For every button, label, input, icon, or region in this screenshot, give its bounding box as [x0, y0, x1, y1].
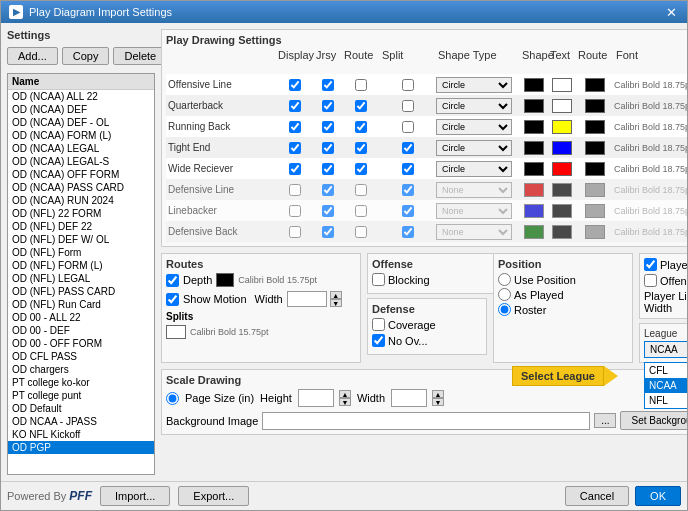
te-route-cb[interactable]	[355, 142, 367, 154]
ok-button[interactable]: OK	[635, 486, 681, 506]
lb-route-color[interactable]	[585, 204, 605, 218]
list-item[interactable]: OD chargers	[8, 363, 154, 376]
list-item-selected[interactable]: OD PGP	[8, 441, 154, 454]
qb-route-color[interactable]	[585, 99, 605, 113]
te-split-cb[interactable]	[402, 142, 414, 154]
dl-jrsy-cb[interactable]	[322, 184, 334, 196]
list-item[interactable]: OD Default	[8, 402, 154, 415]
wr-route-cb[interactable]	[355, 163, 367, 175]
wr-text-color[interactable]	[552, 162, 572, 176]
list-item[interactable]: PT college ko-kor	[8, 376, 154, 389]
list-item[interactable]: PT college punt	[8, 389, 154, 402]
width-down-btn[interactable]: ▼	[330, 299, 342, 307]
qb-route-cb[interactable]	[355, 100, 367, 112]
lb-text-color[interactable]	[552, 204, 572, 218]
list-item[interactable]: OD 00 - DEF	[8, 324, 154, 337]
wr-jrsy-cb[interactable]	[322, 163, 334, 175]
rb-shape-color[interactable]	[524, 120, 544, 134]
add-button[interactable]: Add...	[7, 47, 58, 65]
db-split-cb[interactable]	[402, 226, 414, 238]
offense-on-top-cb[interactable]	[644, 274, 657, 287]
te-display-cb[interactable]	[289, 142, 301, 154]
list-item[interactable]: OD (NCAA) FORM (L)	[8, 129, 154, 142]
db-jrsy-cb[interactable]	[322, 226, 334, 238]
db-text-color[interactable]	[552, 225, 572, 239]
set-bg-button[interactable]: Set Background Field Markers	[620, 411, 687, 430]
list-item[interactable]: OD NCAA - JPASS	[8, 415, 154, 428]
export-button[interactable]: Export...	[178, 486, 249, 506]
list-item[interactable]: OD (NCAA) ALL 22	[8, 90, 154, 103]
league-select[interactable]: NCAA CFL NFL	[644, 341, 687, 358]
db-display-cb[interactable]	[289, 226, 301, 238]
list-item[interactable]: OD (NCAA) LEGAL-S	[8, 155, 154, 168]
rb-display-cb[interactable]	[289, 121, 301, 133]
list-item[interactable]: OD (NFL) DEF 22	[8, 220, 154, 233]
lb-route-cb[interactable]	[355, 205, 367, 217]
qb-display-cb[interactable]	[289, 100, 301, 112]
width-up-btn[interactable]: ▲	[330, 291, 342, 299]
qb-shape-color[interactable]	[524, 99, 544, 113]
bg-path-input[interactable]: G:\My Drive\PFF INTEGRATION BACKGROUNDS\…	[262, 412, 590, 430]
dl-text-color[interactable]	[552, 183, 572, 197]
ol-split-cb[interactable]	[402, 79, 414, 91]
db-route-cb[interactable]	[355, 226, 367, 238]
te-shape-color[interactable]	[524, 141, 544, 155]
depth-color[interactable]	[216, 273, 234, 287]
league-option-ncaa[interactable]: NCAA	[645, 378, 687, 393]
page-size-radio[interactable]	[166, 392, 179, 405]
list-item[interactable]: KO NFL Kickoff	[8, 428, 154, 441]
width-up[interactable]: ▲	[432, 390, 444, 398]
coverage-checkbox[interactable]	[372, 318, 385, 331]
lb-split-cb[interactable]	[402, 205, 414, 217]
league-option-nfl[interactable]: NFL	[645, 393, 687, 408]
use-position-radio[interactable]	[498, 273, 511, 286]
te-shape-select[interactable]: Circle	[436, 140, 512, 156]
width-down[interactable]: ▼	[432, 398, 444, 406]
lb-shape-color[interactable]	[524, 204, 544, 218]
list-item[interactable]: OD (NCAA) DEF	[8, 103, 154, 116]
db-shape-select[interactable]: None	[436, 224, 512, 240]
rb-text-color[interactable]	[552, 120, 572, 134]
db-route-color[interactable]	[585, 225, 605, 239]
show-motion-checkbox[interactable]	[166, 293, 179, 306]
qb-split-cb[interactable]	[402, 100, 414, 112]
list-item[interactable]: OD (NCAA) PASS CARD	[8, 181, 154, 194]
rb-route-cb[interactable]	[355, 121, 367, 133]
list-item[interactable]: OD (NFL) LEGAL	[8, 272, 154, 285]
ol-shape-color[interactable]	[524, 78, 544, 92]
league-option-cfl[interactable]: CFL	[645, 363, 687, 378]
width-input-scale[interactable]: 10.0	[391, 389, 427, 407]
list-item[interactable]: OD (NFL) PASS CARD	[8, 285, 154, 298]
height-up[interactable]: ▲	[339, 390, 351, 398]
lb-jrsy-cb[interactable]	[322, 205, 334, 217]
qb-jrsy-cb[interactable]	[322, 100, 334, 112]
te-text-color[interactable]	[552, 141, 572, 155]
ol-shape-select[interactable]: Circle	[436, 77, 512, 93]
rb-split-cb[interactable]	[402, 121, 414, 133]
copy-button[interactable]: Copy	[62, 47, 110, 65]
list-item[interactable]: OD (NFL) Form	[8, 246, 154, 259]
dl-display-cb[interactable]	[289, 184, 301, 196]
dl-shape-select[interactable]: None	[436, 182, 512, 198]
ol-display-cb[interactable]	[289, 79, 301, 91]
depth-checkbox[interactable]	[166, 274, 179, 287]
list-item[interactable]: OD (NCAA) LEGAL	[8, 142, 154, 155]
te-jrsy-cb[interactable]	[322, 142, 334, 154]
delete-button[interactable]: Delete	[113, 47, 167, 65]
list-item[interactable]: OD (NCAA) OFF FORM	[8, 168, 154, 181]
ol-jrsy-cb[interactable]	[322, 79, 334, 91]
cancel-button[interactable]: Cancel	[565, 486, 629, 506]
list-item[interactable]: OD 00 - OFF FORM	[8, 337, 154, 350]
rb-jrsy-cb[interactable]	[322, 121, 334, 133]
wr-split-cb[interactable]	[402, 163, 414, 175]
ol-route-color[interactable]	[585, 78, 605, 92]
dl-shape-color[interactable]	[524, 183, 544, 197]
lb-display-cb[interactable]	[289, 205, 301, 217]
bg-browse-button[interactable]: ...	[594, 413, 616, 428]
height-input[interactable]: 7.5	[298, 389, 334, 407]
as-played-radio[interactable]	[498, 288, 511, 301]
list-item[interactable]: OD (NCAA) RUN 2024	[8, 194, 154, 207]
wr-display-cb[interactable]	[289, 163, 301, 175]
player-end-motion-cb[interactable]	[644, 258, 657, 271]
rb-shape-select[interactable]: Circle	[436, 119, 512, 135]
